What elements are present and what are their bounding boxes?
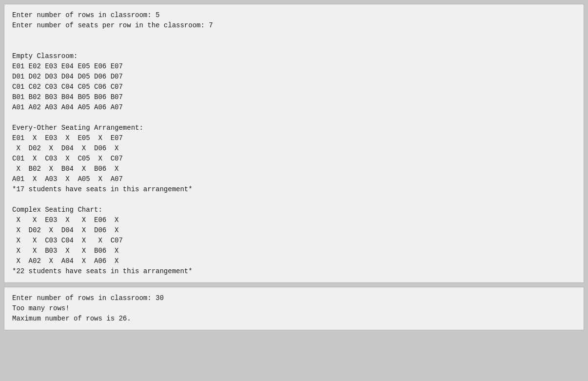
terminal-line-14: X D02 X D04 X D06 X (12, 144, 118, 152)
terminal-line-25: X A02 X A04 X A06 X (12, 257, 118, 265)
terminal-line-16: X B02 X B04 X B06 X (12, 165, 118, 173)
terminal-line-10: A01 A02 A03 A04 A05 A06 A07 (12, 103, 123, 111)
terminal-line-24: X X B03 X X B06 X (12, 247, 118, 255)
terminal-box2-line-1: Enter number of rows in classroom: 30 (12, 294, 164, 302)
terminal-line-21: X X E03 X X E06 X (12, 216, 118, 224)
terminal-line-12: Every-Other Seating Arrangement: (12, 124, 143, 132)
terminal-line-2: Enter number of seats per row in the cla… (12, 21, 213, 29)
terminal-output-box1: Enter number of rows in classroom: 5 Ent… (4, 4, 584, 283)
terminal-line-6: E01 E02 E03 E04 E05 E06 E07 (12, 62, 123, 70)
terminal-line-18: *17 students have seats in this arrangem… (12, 185, 193, 193)
terminal-line-15: C01 X C03 X C05 X C07 (12, 155, 123, 162)
terminal-line-26: *22 students have seats in this arrangem… (12, 267, 193, 275)
terminal-line-9: B01 B02 B03 B04 B05 B06 B07 (12, 93, 123, 101)
terminal-line-13: E01 X E03 X E05 X E07 (12, 134, 123, 142)
terminal-line-22: X D02 X D04 X D06 X (12, 226, 118, 234)
terminal-output-box2: Enter number of rows in classroom: 30 To… (4, 287, 584, 330)
terminal-line-1: Enter number of rows in classroom: 5 (12, 11, 159, 19)
terminal-box2-line-3: Maximum number of rows is 26. (12, 315, 131, 322)
terminal-line-8: C01 C02 C03 C04 C05 C06 C07 (12, 83, 123, 91)
terminal-line-7: D01 D02 D03 D04 D05 D06 D07 (12, 73, 123, 80)
terminal-line-20: Complex Seating Chart: (12, 206, 102, 214)
terminal-box2-line-2: Too many rows! (12, 304, 70, 312)
terminal-line-5: Empty Classroom: (12, 52, 78, 60)
terminal-line-17: A01 X A03 X A05 X A07 (12, 175, 123, 183)
terminal-line-23: X X C03 C04 X X C07 (12, 237, 123, 244)
